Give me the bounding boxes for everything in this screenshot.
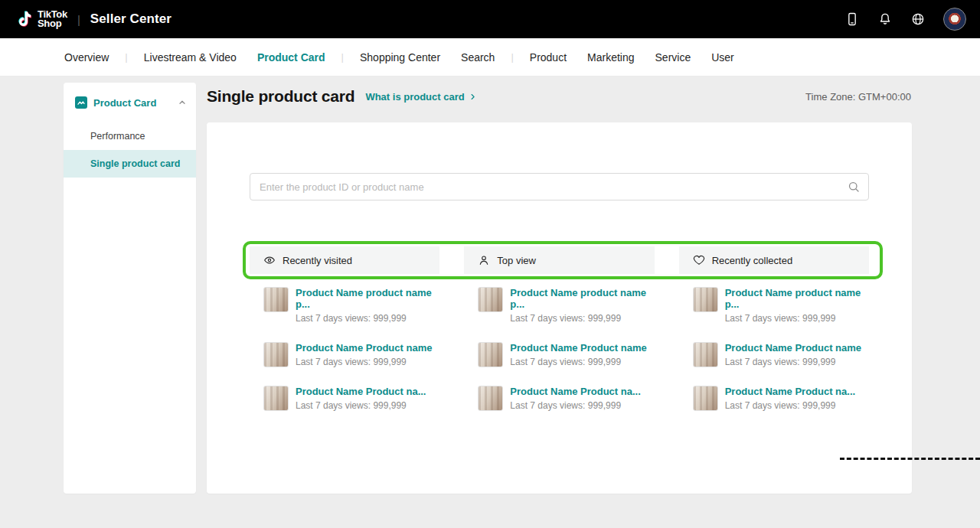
sidebar-items: Performance Single product card: [64, 122, 196, 178]
product-title: Product Name product name p...: [296, 287, 439, 310]
product-item[interactable]: Product Name product name p... Last 7 da…: [679, 287, 869, 324]
product-thumbnail: [693, 287, 718, 312]
search-row: [250, 173, 869, 200]
product-title: Product Name Product na...: [510, 386, 640, 397]
column-top-view: Top view Product Name product name p... …: [464, 246, 654, 429]
timezone-label: Time Zone: GTM+00:00: [805, 91, 911, 103]
user-icon: [478, 254, 490, 266]
product-item[interactable]: Product Name Product name Last 7 days vi…: [464, 342, 654, 367]
nav-product-card[interactable]: Product Card: [257, 51, 325, 64]
product-thumbnail: [693, 386, 718, 411]
product-thumbnail: [263, 386, 289, 411]
product-title: Product Name Product name: [296, 342, 432, 354]
page-header: Single product card What is product card…: [207, 87, 911, 106]
brand-line-2: Shop: [38, 19, 67, 28]
product-item[interactable]: Product Name product name p... Last 7 da…: [250, 287, 439, 324]
nav-search[interactable]: Search: [461, 51, 495, 64]
search-icon[interactable]: [847, 180, 861, 194]
product-search-input[interactable]: [250, 173, 869, 200]
product-title: Product Name Product name: [725, 342, 861, 354]
recently-collected-items: Product Name product name p... Last 7 da…: [679, 287, 869, 411]
annotation-dashed-line: [840, 458, 980, 460]
chevron-right-icon: [469, 93, 477, 101]
product-views: Last 7 days views: 999,999: [296, 357, 432, 367]
product-item[interactable]: Product Name product name p... Last 7 da…: [464, 287, 654, 324]
product-title: Product Name Product name: [510, 342, 646, 354]
what-is-product-card-link[interactable]: What is product card: [365, 91, 476, 103]
column-header-label: Recently collected: [712, 255, 793, 266]
column-recently-collected: Recently collected Product Name product …: [679, 246, 869, 429]
product-card-icon: [75, 96, 87, 109]
product-thumbnail: [263, 342, 289, 367]
product-views: Last 7 days views: 999,999: [725, 313, 869, 324]
top-view-items: Product Name product name p... Last 7 da…: [464, 287, 654, 411]
product-views: Last 7 days views: 999,999: [510, 357, 646, 367]
product-item[interactable]: Product Name Product na... Last 7 days v…: [679, 386, 869, 411]
recently-collected-header: Recently collected: [679, 246, 869, 274]
account-avatar[interactable]: [943, 8, 966, 31]
brand-wordmark: TikTok Shop: [38, 10, 67, 28]
nav-product[interactable]: Product: [530, 51, 567, 64]
nav-livestream-video[interactable]: Livestream & Video: [144, 51, 237, 64]
language-globe-icon[interactable]: [910, 11, 926, 27]
nav-service[interactable]: Service: [655, 51, 691, 64]
sidebar-item-label: Performance: [90, 131, 145, 142]
nav-shopping-center[interactable]: Shopping Center: [360, 51, 440, 64]
product-item[interactable]: Product Name Product name Last 7 days vi…: [250, 342, 439, 367]
product-item[interactable]: Product Name Product na... Last 7 days v…: [250, 386, 439, 411]
tiktok-shop-logo[interactable]: TikTok Shop: [14, 9, 67, 29]
column-header-label: Top view: [497, 255, 536, 266]
chevron-up-icon[interactable]: [178, 98, 187, 107]
eye-icon: [263, 254, 276, 266]
column-header-label: Recently visited: [283, 255, 352, 266]
product-title: Product Name Product na...: [296, 386, 426, 397]
seller-center-title: Seller Center: [90, 11, 172, 27]
nav-user[interactable]: User: [711, 51, 734, 64]
product-thumbnail: [263, 287, 289, 312]
topbar-actions: [844, 8, 966, 31]
product-views: Last 7 days views: 999,999: [725, 400, 855, 411]
notifications-bell-icon[interactable]: [877, 11, 893, 27]
recently-visited-header: Recently visited: [250, 246, 439, 274]
recently-visited-items: Product Name product name p... Last 7 da…: [250, 287, 439, 411]
nav-divider: |: [125, 51, 127, 63]
tiktok-note-icon: [14, 9, 34, 29]
product-views: Last 7 days views: 999,999: [510, 313, 654, 324]
sidebar-item-single-product-card[interactable]: Single product card: [64, 150, 196, 178]
sidebar-item-label: Single product card: [90, 158, 180, 169]
nav-divider: |: [341, 51, 344, 63]
sidebar-section-product-card[interactable]: Product Card: [64, 83, 196, 109]
nav-marketing[interactable]: Marketing: [587, 51, 634, 64]
primary-nav: Overview | Livestream & Video Product Ca…: [0, 38, 980, 77]
heart-icon: [693, 254, 705, 266]
product-lists: Recently visited Product Name product na…: [250, 246, 869, 429]
single-product-card-panel: Recently visited Product Name product na…: [207, 122, 912, 494]
product-thumbnail: [478, 287, 503, 312]
topbar: TikTok Shop | Seller Center: [0, 0, 980, 38]
sidebar-section-label: Product Card: [93, 97, 172, 109]
product-item[interactable]: Product Name Product na... Last 7 days v…: [464, 386, 654, 411]
product-title: Product Name product name p...: [510, 287, 654, 310]
product-views: Last 7 days views: 999,999: [296, 400, 426, 411]
product-views: Last 7 days views: 999,999: [296, 313, 439, 324]
product-item[interactable]: Product Name Product name Last 7 days vi…: [679, 342, 869, 367]
seller-center-app: { "colors": { "accent": "#0c8c8c", "gree…: [0, 0, 980, 528]
nav-overview[interactable]: Overview: [64, 51, 109, 64]
product-thumbnail: [478, 342, 503, 367]
product-views: Last 7 days views: 999,999: [725, 357, 861, 367]
product-title: Product Name Product na...: [725, 386, 855, 397]
nav-divider: |: [511, 51, 513, 63]
help-link-label: What is product card: [365, 91, 464, 103]
topbar-divider: |: [77, 13, 80, 26]
sidebar: Product Card Performance Single product …: [64, 83, 196, 494]
sidebar-item-performance[interactable]: Performance: [64, 122, 196, 150]
product-title: Product Name product name p...: [725, 287, 869, 310]
product-thumbnail: [478, 386, 503, 411]
page-title: Single product card: [207, 87, 354, 106]
product-thumbnail: [693, 342, 718, 367]
product-views: Last 7 days views: 999,999: [510, 400, 640, 411]
column-recently-visited: Recently visited Product Name product na…: [250, 246, 439, 429]
mobile-app-icon[interactable]: [844, 11, 860, 27]
top-view-header: Top view: [464, 246, 654, 274]
